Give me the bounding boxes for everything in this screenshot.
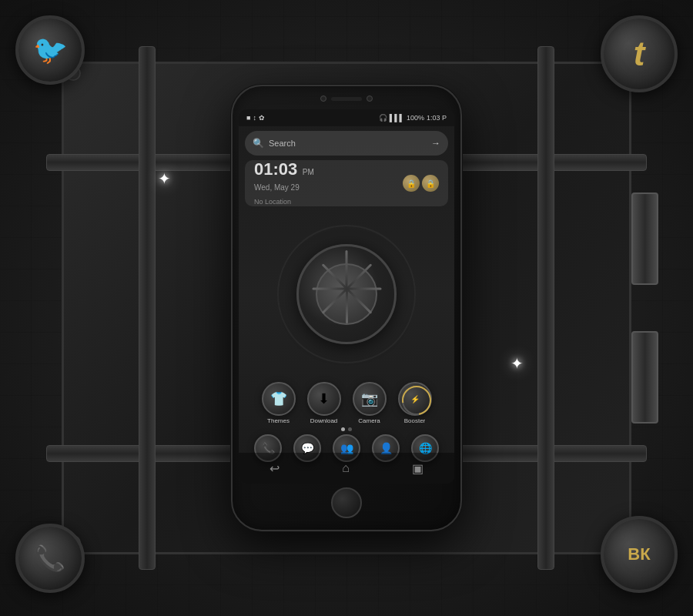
signal-strength: ▌▌▌ (390, 114, 404, 122)
nav-recent-button[interactable]: ▣ (412, 461, 424, 476)
vault-wheel (296, 244, 397, 344)
clock-display: 01:03 PM (254, 159, 314, 179)
lock-icon-1: 🔒 (403, 175, 420, 192)
page-dot-2 (348, 427, 352, 431)
vault-handle-right-bottom (631, 331, 658, 424)
themes-icon: 👕 (262, 382, 296, 416)
vault-vertical-bar-left (139, 46, 156, 570)
viber-icon[interactable]: 📞 (15, 524, 85, 593)
vault-handle-right-top (631, 192, 658, 285)
spoke-3 (346, 288, 381, 290)
sensor-dot (367, 95, 373, 102)
clock-date: Wed, May 29 (254, 183, 300, 192)
vault-vertical-bar-right (537, 46, 554, 570)
phone-home-button[interactable] (331, 487, 362, 518)
status-bar: ■ ↕ ✿ 🎧 ▌▌▌ 100% 1:03 P (239, 109, 454, 126)
phone-body: ■ ↕ ✿ 🎧 ▌▌▌ 100% 1:03 P 🔍 Search → (231, 85, 462, 531)
search-bar[interactable]: 🔍 Search → (245, 131, 448, 156)
camera-label: Camera (358, 417, 380, 424)
lock-icon-2: 🔒 (422, 175, 439, 192)
app-camera[interactable]: 📷 Camera (353, 382, 387, 424)
phone-device: ■ ↕ ✿ 🎧 ▌▌▌ 100% 1:03 P 🔍 Search → (231, 85, 462, 531)
camera-icon: 📷 (353, 382, 387, 416)
themes-label: Themes (267, 417, 290, 424)
clock-ampm: PM (303, 168, 314, 176)
vault-wheel-area (239, 209, 454, 379)
page-dots (239, 427, 454, 431)
spoke-5 (346, 289, 348, 323)
status-left: ■ ↕ ✿ (246, 114, 265, 122)
camera-dot (320, 95, 326, 102)
search-icon: 🔍 (253, 138, 264, 149)
search-placeholder: Search (269, 139, 427, 148)
search-arrow-icon: → (431, 138, 440, 149)
twitter-symbol: 🐦 (33, 34, 68, 66)
clock-date-row: Wed, May 29 (254, 179, 314, 193)
status-icon-1: ■ (246, 114, 250, 122)
clock-location-row: No Location (254, 193, 314, 207)
clock-time: 01:03 (254, 159, 297, 179)
download-label: Download (310, 417, 338, 424)
nav-home-button[interactable]: ⌂ (342, 461, 350, 475)
app-booster[interactable]: ⚡ Booster (398, 382, 432, 424)
phone-screen: ■ ↕ ✿ 🎧 ▌▌▌ 100% 1:03 P 🔍 Search → (239, 109, 454, 484)
battery-level: 100% (407, 114, 424, 122)
tumblr-icon[interactable]: t (601, 15, 678, 92)
status-icon-3: ✿ (259, 114, 265, 122)
page-dot-1 (341, 427, 345, 431)
spoke-7 (312, 288, 346, 290)
nav-back-button[interactable]: ↩ (270, 461, 280, 476)
clock-info: 01:03 PM Wed, May 29 No Location (254, 159, 314, 207)
app-download[interactable]: ⬇ Download (307, 382, 341, 424)
tumblr-icon-bg: t (601, 15, 678, 92)
status-time: 1:03 P (427, 114, 447, 122)
download-icon: ⬇ (307, 382, 341, 416)
app-row-1: 👕 Themes ⬇ Download 📷 Camera (239, 382, 454, 424)
status-right: 🎧 ▌▌▌ 100% 1:03 P (379, 114, 447, 122)
booster-label: Booster (404, 417, 426, 424)
app-themes[interactable]: 👕 Themes (262, 382, 296, 424)
status-icon-2: ↕ (253, 114, 256, 122)
twitter-icon[interactable]: 🐦 (15, 15, 85, 85)
phone-camera-area (320, 95, 373, 102)
clock-location: No Location (254, 198, 291, 206)
vk-symbol: ВК (628, 544, 650, 564)
tumblr-symbol: t (634, 35, 645, 73)
speaker (331, 97, 362, 101)
clock-widget: 01:03 PM Wed, May 29 No Location 🔒 🔒 (245, 160, 448, 206)
vk-icon[interactable]: ВК (601, 516, 678, 593)
booster-icon: ⚡ (398, 382, 432, 416)
navigation-bar: ↩ ⌂ ▣ (239, 453, 454, 484)
twitter-icon-bg: 🐦 (15, 15, 85, 85)
viber-icon-bg: 📞 (15, 524, 85, 593)
lock-icons: 🔒 🔒 (403, 175, 439, 192)
vk-icon-bg: ВК (601, 516, 678, 593)
viber-symbol: 📞 (35, 544, 65, 573)
spoke-1 (346, 250, 348, 289)
headphone-icon: 🎧 (379, 114, 387, 122)
